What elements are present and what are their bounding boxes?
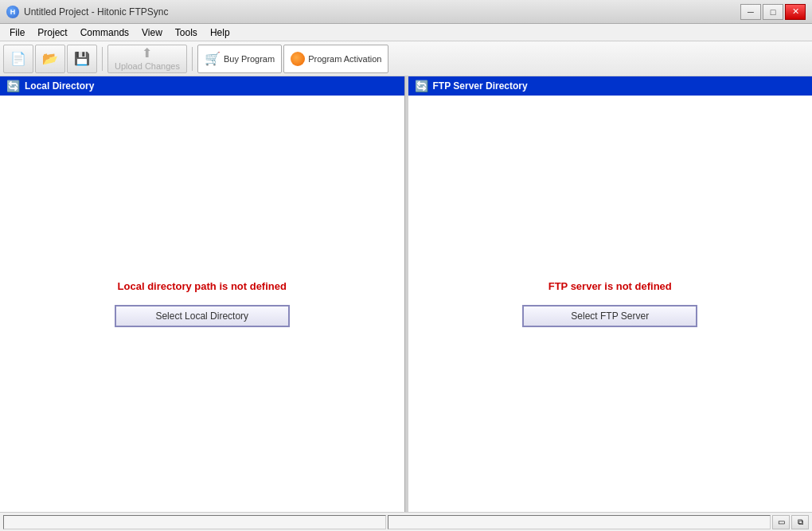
- new-icon: 📄: [10, 53, 26, 65]
- save-button[interactable]: 💾: [67, 45, 97, 73]
- main-content: 🔄 Local Directory Local directory path i…: [0, 76, 812, 512]
- menu-commands[interactable]: Commands: [74, 25, 135, 40]
- ftp-panel-body: FTP server is not defined Select FTP Ser…: [408, 96, 813, 512]
- local-panel-header: 🔄 Local Directory: [0, 76, 404, 96]
- menu-project[interactable]: Project: [31, 25, 73, 40]
- menu-view[interactable]: View: [135, 25, 169, 40]
- select-ftp-server-button[interactable]: Select FTP Server: [522, 305, 697, 327]
- status-section-2: [388, 515, 771, 529]
- activation-icon: [291, 52, 305, 66]
- upload-icon: ⬆: [142, 47, 152, 60]
- toolbar: 📄 📂 💾 ⬆ Upload Changes 🛒 Buy Program Pro…: [0, 41, 812, 76]
- local-panel: 🔄 Local Directory Local directory path i…: [0, 76, 405, 512]
- upload-changes-button[interactable]: ⬆ Upload Changes: [107, 45, 187, 73]
- toolbar-separator: [102, 47, 103, 71]
- title-bar: H Untitled Project - Hitonic FTPSync ─ □…: [0, 0, 812, 24]
- local-panel-title: Local Directory: [25, 80, 94, 92]
- local-header-icon: 🔄: [6, 80, 20, 92]
- menu-help[interactable]: Help: [204, 25, 236, 40]
- status-bar: ▭ ⧉: [0, 512, 812, 531]
- new-button[interactable]: 📄: [3, 45, 33, 73]
- ftp-header-icon: 🔄: [415, 80, 428, 92]
- maximize-button[interactable]: □: [763, 4, 783, 20]
- ftp-panel-message: FTP server is not defined: [548, 280, 672, 292]
- ftp-panel-header: 🔄 FTP Server Directory: [408, 76, 813, 96]
- menu-tools[interactable]: Tools: [169, 25, 204, 40]
- close-button[interactable]: ✕: [785, 4, 806, 20]
- open-button[interactable]: 📂: [35, 45, 65, 73]
- status-section-1: [3, 515, 386, 529]
- cart-icon: 🛒: [205, 53, 221, 65]
- menu-file[interactable]: File: [3, 25, 31, 40]
- title-bar-buttons: ─ □ ✕: [740, 4, 806, 20]
- buy-program-button[interactable]: 🛒 Buy Program: [197, 45, 282, 73]
- buy-label: Buy Program: [224, 54, 275, 64]
- save-icon: 💾: [74, 53, 90, 65]
- open-icon: 📂: [42, 53, 58, 65]
- status-btn-1[interactable]: ▭: [772, 515, 790, 529]
- title-bar-left: H Untitled Project - Hitonic FTPSync: [6, 6, 168, 18]
- minimize-button[interactable]: ─: [740, 4, 761, 20]
- local-panel-body: Local directory path is not defined Sele…: [0, 96, 404, 512]
- local-panel-message: Local directory path is not defined: [118, 280, 287, 292]
- app-icon: H: [6, 6, 19, 18]
- ftp-panel-title: FTP Server Directory: [433, 80, 528, 92]
- select-local-directory-button[interactable]: Select Local Directory: [115, 305, 290, 327]
- upload-changes-label: Upload Changes: [115, 61, 180, 71]
- toolbar-separator-2: [192, 47, 193, 71]
- window-title: Untitled Project - Hitonic FTPSync: [24, 6, 168, 18]
- ftp-panel: 🔄 FTP Server Directory FTP server is not…: [408, 76, 813, 512]
- menu-bar: File Project Commands View Tools Help: [0, 24, 812, 41]
- status-btn-2[interactable]: ⧉: [791, 515, 809, 529]
- activation-label: Program Activation: [308, 54, 381, 64]
- program-activation-button[interactable]: Program Activation: [283, 45, 388, 73]
